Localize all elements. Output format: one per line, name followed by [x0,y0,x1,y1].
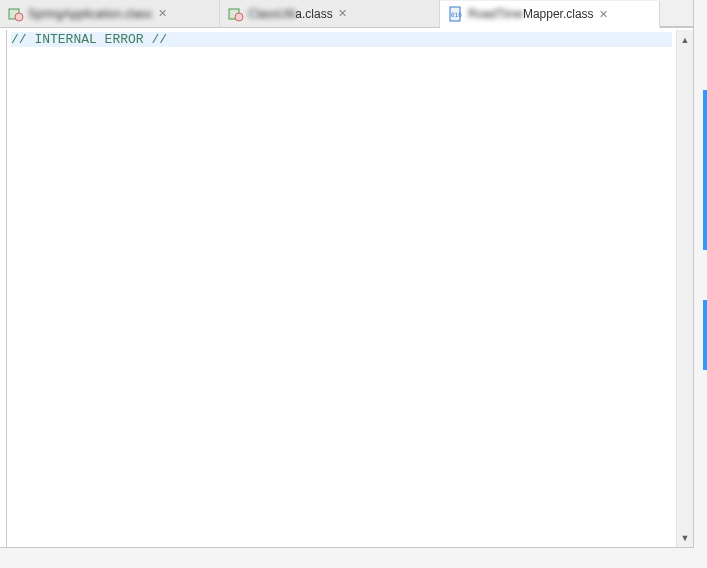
editor-body: // INTERNAL ERROR // ▲ ▼ [6,30,693,547]
tab-bar: SpringApplication.class ✕ ClassUtila.cla… [0,0,693,28]
scroll-down-arrow[interactable]: ▼ [678,530,693,545]
tab-bar-spacer [660,0,693,27]
binary-file-icon: 010 [448,6,464,22]
vertical-scrollbar[interactable]: ▲ ▼ [676,30,693,547]
svg-point-1 [15,13,23,21]
code-line: // INTERNAL ERROR // [11,32,167,47]
tab-class-utils[interactable]: ClassUtila.class ✕ [220,0,440,27]
code-area[interactable]: // INTERNAL ERROR // [7,30,676,547]
tab-road-time-mapper[interactable]: 010 RoadTimeMapper.class ✕ [440,1,660,28]
class-file-icon [228,6,244,22]
scroll-indicator [703,90,707,250]
tab-spring-application[interactable]: SpringApplication.class ✕ [0,0,220,27]
class-file-icon [8,6,24,22]
scroll-up-arrow[interactable]: ▲ [678,32,693,47]
tab-label: ClassUtila.class [248,7,333,21]
svg-point-3 [235,13,243,21]
close-icon[interactable]: ✕ [598,8,610,20]
scroll-indicator [703,300,707,370]
editor-container: SpringApplication.class ✕ ClassUtila.cla… [0,0,694,548]
close-icon[interactable]: ✕ [156,8,168,20]
right-gutter [695,0,707,568]
tab-label: SpringApplication.class [28,7,152,21]
tab-label: RoadTimeMapper.class [468,7,594,21]
close-icon[interactable]: ✕ [337,8,349,20]
svg-text:010: 010 [451,11,462,18]
